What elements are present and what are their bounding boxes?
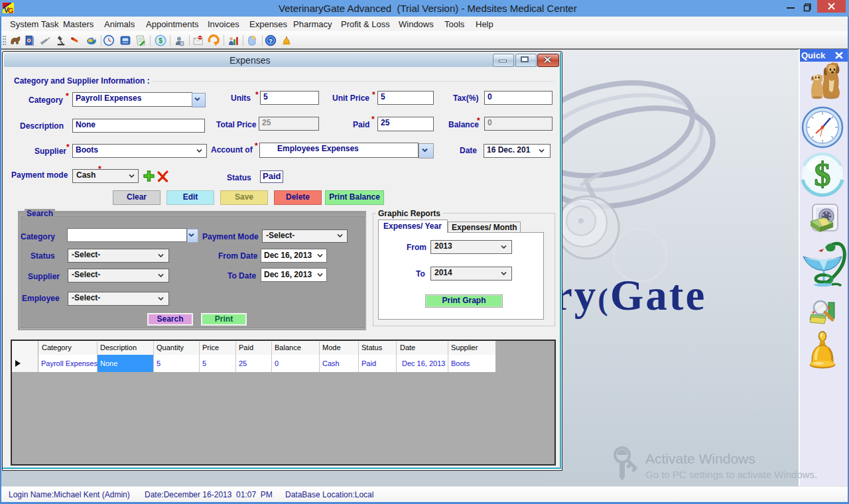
svg-text:$: $ [159,37,163,44]
svg-text:?: ? [269,37,273,44]
svg-text:$: $ [815,156,831,193]
svg-text:ry(Gate: ry(Gate [553,271,706,319]
svg-text:G: G [8,7,14,13]
